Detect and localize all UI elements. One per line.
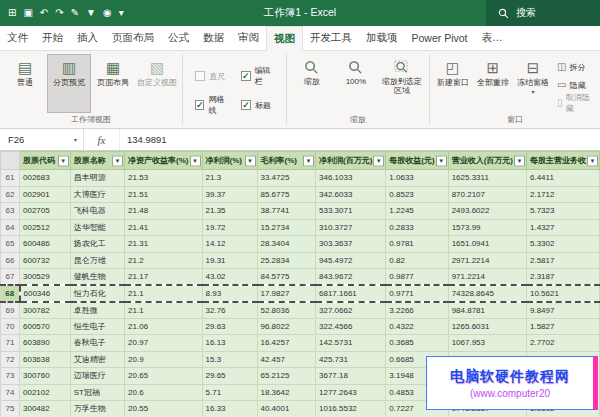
cell[interactable]: 002683 bbox=[20, 170, 71, 187]
row-number[interactable]: 71 bbox=[1, 335, 20, 352]
row-number[interactable]: 62 bbox=[1, 186, 20, 203]
cell[interactable]: 15.3 bbox=[202, 351, 257, 368]
filter-icon[interactable]: ▼ bbox=[436, 155, 447, 166]
page-break-preview-button[interactable]: ▥ 分页预览 bbox=[47, 54, 91, 113]
page-layout-view-button[interactable]: ▦ 页面布局 bbox=[91, 54, 135, 113]
row-number[interactable]: 68 bbox=[1, 285, 20, 302]
name-box[interactable]: F26 ▾ bbox=[0, 129, 84, 150]
cell[interactable]: 002705 bbox=[20, 203, 71, 220]
column-header[interactable]: 净利润(%)▼ bbox=[202, 152, 257, 170]
row-number[interactable]: 73 bbox=[1, 368, 20, 385]
filter-icon[interactable]: ▼ bbox=[514, 155, 525, 166]
cell[interactable]: 5.3302 bbox=[526, 236, 599, 253]
cell[interactable]: 96.8022 bbox=[257, 318, 315, 335]
cell[interactable]: 1.2245 bbox=[386, 203, 448, 220]
cell[interactable]: 0.9771 bbox=[386, 285, 448, 302]
cell[interactable]: 0.4322 bbox=[386, 318, 448, 335]
cell[interactable]: 1.5827 bbox=[526, 318, 599, 335]
cell[interactable]: 16.13 bbox=[202, 335, 257, 352]
cell[interactable]: 6817.1661 bbox=[315, 285, 385, 302]
cell[interactable]: 达华智能 bbox=[70, 219, 124, 236]
filter-icon[interactable]: ▼ bbox=[112, 155, 123, 166]
gridlines-checkbox[interactable]: ✓ 网格线 bbox=[195, 94, 228, 116]
cell[interactable]: 恒力石化 bbox=[70, 285, 124, 302]
filter-icon[interactable]: ▼ bbox=[58, 155, 69, 166]
unhide-button[interactable]: ▯ 取消隐藏 bbox=[553, 94, 597, 112]
cell[interactable]: 16.33 bbox=[202, 401, 257, 417]
cell[interactable]: 1265.6031 bbox=[448, 318, 526, 335]
cell[interactable]: 春秋电子 bbox=[70, 335, 124, 352]
custom-views-button[interactable]: ▧ 自定义视图 bbox=[135, 54, 179, 113]
search-box[interactable]: 搜索 bbox=[486, 0, 600, 26]
filter-icon[interactable]: ▼ bbox=[303, 155, 314, 166]
cell[interactable]: 健帆生物 bbox=[70, 269, 124, 286]
cell[interactable]: 2971.2214 bbox=[448, 252, 526, 269]
redo-icon[interactable]: ↷ bbox=[55, 8, 63, 18]
row-number[interactable]: 65 bbox=[1, 236, 20, 253]
cell[interactable]: 33.4725 bbox=[257, 170, 315, 187]
cell[interactable]: 870.2107 bbox=[448, 186, 526, 203]
cell[interactable]: 38.7741 bbox=[257, 203, 315, 220]
cell[interactable]: 21.1 bbox=[125, 285, 202, 302]
cell[interactable]: 9.8497 bbox=[526, 302, 599, 319]
tab-formulas[interactable]: 公式 bbox=[161, 26, 196, 50]
corner-cell[interactable] bbox=[1, 152, 20, 170]
cell[interactable]: 17.9827 bbox=[257, 285, 315, 302]
cell[interactable]: 21.06 bbox=[125, 318, 202, 335]
cell[interactable]: 843.9672 bbox=[315, 269, 385, 286]
cell[interactable]: 15.2734 bbox=[257, 219, 315, 236]
cell[interactable]: 3677.18 bbox=[315, 368, 385, 385]
tab-add-ins[interactable]: 加载项 bbox=[359, 26, 405, 50]
cell[interactable]: 恒生电子 bbox=[70, 318, 124, 335]
cell[interactable]: 大博医疗 bbox=[70, 186, 124, 203]
column-header[interactable]: 每股收益(元)▼ bbox=[386, 152, 448, 170]
row-number[interactable]: 61 bbox=[1, 170, 20, 187]
cell[interactable]: ST冠福 bbox=[70, 384, 124, 401]
cell[interactable]: 2493.6022 bbox=[448, 203, 526, 220]
cell[interactable]: 19.31 bbox=[202, 252, 257, 269]
cell[interactable]: 1.0633 bbox=[386, 170, 448, 187]
camera-icon[interactable]: ◉ bbox=[103, 8, 112, 18]
funnel-icon[interactable]: ▼ bbox=[86, 8, 96, 18]
cell[interactable]: 300482 bbox=[20, 401, 71, 417]
zoom-button[interactable]: 缩放 bbox=[290, 54, 334, 113]
row-number[interactable]: 70 bbox=[1, 318, 20, 335]
cell[interactable]: 3.2266 bbox=[386, 302, 448, 319]
cell[interactable]: 971.2214 bbox=[448, 269, 526, 286]
new-window-button[interactable]: ◰ 新建窗口 bbox=[433, 54, 473, 113]
tab-table-design[interactable]: 表… bbox=[475, 26, 510, 50]
cell[interactable]: 18.3642 bbox=[257, 384, 315, 401]
cell[interactable]: 14.12 bbox=[202, 236, 257, 253]
cell[interactable]: 20.97 bbox=[125, 335, 202, 352]
cell[interactable]: 002901 bbox=[20, 186, 71, 203]
cell[interactable]: 5.71 bbox=[202, 384, 257, 401]
column-header[interactable]: 净利润(百万元)▼ bbox=[315, 152, 385, 170]
cell[interactable]: 21.35 bbox=[202, 203, 257, 220]
cell[interactable]: 74328.8645 bbox=[448, 285, 526, 302]
cell[interactable]: 002512 bbox=[20, 219, 71, 236]
cell[interactable]: 扬农化工 bbox=[70, 236, 124, 253]
cell[interactable]: 39.37 bbox=[202, 186, 257, 203]
row-number[interactable]: 72 bbox=[1, 351, 20, 368]
cell[interactable]: 28.3404 bbox=[257, 236, 315, 253]
freeze-panes-button[interactable]: ⊟ 冻结窗格 ▾ bbox=[513, 54, 553, 113]
cell[interactable]: 21.48 bbox=[125, 203, 202, 220]
cell[interactable]: 卓胜微 bbox=[70, 302, 124, 319]
cell[interactable]: 5.7323 bbox=[526, 203, 599, 220]
split-button[interactable]: ◫ 拆分 bbox=[553, 58, 597, 76]
ruler-checkbox[interactable]: 直尺 bbox=[195, 65, 228, 87]
cell[interactable]: 2.7702 bbox=[526, 335, 599, 352]
cell[interactable]: 1.4327 bbox=[526, 219, 599, 236]
column-header[interactable]: 股票名称▼ bbox=[70, 152, 124, 170]
cell[interactable]: 21.31 bbox=[125, 236, 202, 253]
cell[interactable]: 21.53 bbox=[125, 170, 202, 187]
cell[interactable]: 0.2833 bbox=[386, 219, 448, 236]
filter-icon[interactable]: ▼ bbox=[190, 155, 201, 166]
cell[interactable]: 85.6775 bbox=[257, 186, 315, 203]
row-number[interactable]: 69 bbox=[1, 302, 20, 319]
cell[interactable]: 16.4257 bbox=[257, 335, 315, 352]
cell[interactable]: 303.3637 bbox=[315, 236, 385, 253]
zoom-to-selection-button[interactable]: 缩放到选定区域 bbox=[378, 54, 426, 113]
tab-power-pivot[interactable]: Power Pivot bbox=[405, 26, 475, 50]
cell[interactable]: 43.02 bbox=[202, 269, 257, 286]
